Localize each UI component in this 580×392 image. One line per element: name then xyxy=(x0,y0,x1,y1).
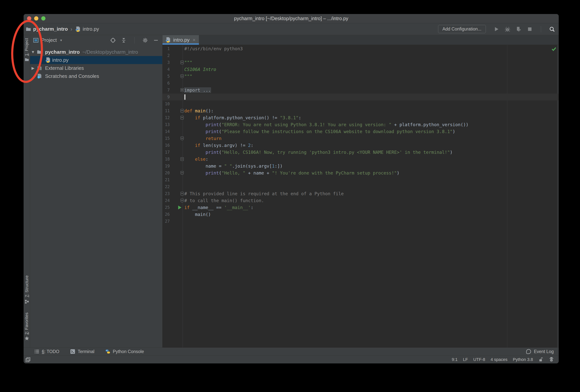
check-icon[interactable] xyxy=(551,46,557,52)
tool-button-project[interactable]: 1: Project xyxy=(24,44,30,50)
code-line-20[interactable]: 20 print("Hello, " + name + "! You're do… xyxy=(162,169,559,176)
folder-icon[interactable] xyxy=(24,57,30,62)
tool-button-structure[interactable]: 7: Structure xyxy=(24,283,30,289)
status-widgets: 9:1LFUTF-84 spacesPython 3.8 xyxy=(452,357,533,362)
code-text: name = " ".join(sys.argv[1:]) xyxy=(184,163,283,169)
tool-button-event-log[interactable]: Event Log xyxy=(526,349,554,354)
status-interpreter[interactable]: Python 3.8 xyxy=(513,357,533,362)
code-line-11[interactable]: 11def main(): xyxy=(162,107,559,114)
status-encoding[interactable]: UTF-8 xyxy=(473,357,485,362)
run-line-icon[interactable] xyxy=(178,206,181,209)
toggle-panels-icon[interactable] xyxy=(25,357,31,363)
code-line-13[interactable]: 13 print("ERROR: You are not using Pytho… xyxy=(162,121,559,128)
code-line-22[interactable]: 22 xyxy=(162,183,559,190)
fold-marker-icon[interactable] xyxy=(180,74,184,78)
breadcrumb-project[interactable]: pycharm_intro xyxy=(25,26,68,32)
coverage-icon[interactable] xyxy=(515,26,522,32)
tool-button-label: 6: TODO xyxy=(42,349,59,354)
code-text: print("ERROR: You are not using Python 3… xyxy=(184,121,468,128)
code-line-17[interactable]: 17 print("Hello, CS106A! Now, try runnin… xyxy=(162,149,559,156)
hide-panel-icon[interactable] xyxy=(153,37,159,43)
code-line-7[interactable]: 7import ... xyxy=(162,87,559,94)
code-line-12[interactable]: 12 if platform.python_version() != "3.8.… xyxy=(162,114,559,121)
code-line-18[interactable]: 18 else: xyxy=(162,156,559,163)
unlock-icon[interactable] xyxy=(538,357,543,362)
tree-item-scratches-and-consoles[interactable]: Scratches and Consoles xyxy=(30,72,162,80)
code-line-1[interactable]: 1#!/usr/bin/env python3 xyxy=(162,45,559,52)
code-line-21[interactable]: 21 xyxy=(162,176,559,183)
fold-marker-icon[interactable] xyxy=(180,171,184,175)
code-line-26[interactable]: 26 main() xyxy=(162,211,559,218)
pycharm-window: pycharm_intro [~/Desktop/pycharm_intro] … xyxy=(24,14,559,363)
chevron-right-icon[interactable]: ▶ xyxy=(31,66,35,70)
fold-marker-icon[interactable] xyxy=(180,109,184,113)
settings-icon[interactable] xyxy=(142,37,148,43)
python-file-icon xyxy=(45,57,51,63)
chevron-down-icon[interactable]: ▼ xyxy=(31,50,35,54)
fold-marker-icon[interactable] xyxy=(180,88,184,92)
chevron-down-icon[interactable]: ▾ xyxy=(60,38,62,42)
project-panel-header: Project ▾ xyxy=(30,35,162,45)
fold-marker-icon[interactable] xyxy=(180,61,184,64)
tool-button-python-console[interactable]: Python Console xyxy=(105,349,144,354)
code-line-9[interactable]: 9 xyxy=(162,94,559,101)
code-line-3[interactable]: 3""" xyxy=(162,59,559,66)
code-editor[interactable]: 1#!/usr/bin/env python323"""4CS106A Intr… xyxy=(162,45,559,348)
code-text: return xyxy=(184,135,222,142)
code-line-5[interactable]: 5""" xyxy=(162,73,559,80)
stop-icon[interactable] xyxy=(527,26,533,32)
code-line-24[interactable]: 24# to call the main() function. xyxy=(162,197,559,204)
structure-icon[interactable] xyxy=(24,299,30,304)
project-view-selector[interactable]: Project xyxy=(41,37,57,43)
star-icon[interactable] xyxy=(24,336,30,341)
locate-icon[interactable] xyxy=(110,37,116,43)
status-caret-position[interactable]: 9:1 xyxy=(452,357,458,362)
breadcrumb: pycharm_intro › intro.py xyxy=(24,26,99,32)
project-tree: ▼pycharm_intro~/Desktop/pycharm_introint… xyxy=(30,45,162,80)
fold-marker-icon[interactable] xyxy=(180,157,184,161)
python-file-icon xyxy=(165,37,171,43)
line-number: 7 xyxy=(162,87,170,94)
search-icon[interactable] xyxy=(549,26,555,32)
tree-item-external-libraries[interactable]: ▶External Libraries xyxy=(30,64,162,72)
run-icon[interactable] xyxy=(493,26,500,32)
tree-item-intro-py[interactable]: intro.py xyxy=(30,56,162,64)
code-text: #!/usr/bin/env python3 xyxy=(184,45,243,52)
code-text: CS106A Intro xyxy=(184,66,216,73)
line-number: 10 xyxy=(162,101,170,107)
fold-marker-icon[interactable] xyxy=(180,116,184,120)
line-number: 26 xyxy=(162,211,170,218)
close-tab-icon[interactable]: × xyxy=(193,37,195,43)
code-line-16[interactable]: 16 if len(sys.argv) != 2: xyxy=(162,142,559,149)
status-indent[interactable]: 4 spaces xyxy=(491,357,508,362)
code-line-15[interactable]: 15 return xyxy=(162,135,559,142)
status-line-separator[interactable]: LF xyxy=(463,357,468,362)
tab-intro-py[interactable]: intro.py × xyxy=(162,35,199,45)
tool-button-todo[interactable]: 6: TODO xyxy=(34,349,59,354)
title-bar[interactable]: pycharm_intro [~/Desktop/pycharm_intro] … xyxy=(24,14,559,23)
code-line-23[interactable]: 23# This provided line is required at th… xyxy=(162,190,559,197)
breadcrumb-file[interactable]: intro.py xyxy=(75,26,99,32)
debug-icon[interactable] xyxy=(504,26,511,32)
code-line-10[interactable]: 10 xyxy=(162,101,559,107)
line-number: 19 xyxy=(162,163,170,169)
fold-marker-icon[interactable] xyxy=(180,199,184,202)
code-line-14[interactable]: 14 print("Please follow the instructions… xyxy=(162,128,559,135)
add-configuration-button[interactable]: Add Configuration... xyxy=(438,25,486,33)
fold-marker-icon[interactable] xyxy=(180,136,184,140)
code-line-6[interactable]: 6 xyxy=(162,80,559,87)
line-number: 14 xyxy=(162,128,170,135)
tree-item-pycharm-intro[interactable]: ▼pycharm_intro~/Desktop/pycharm_intro xyxy=(30,48,162,56)
collapse-all-icon[interactable] xyxy=(121,37,127,43)
code-line-4[interactable]: 4CS106A Intro xyxy=(162,66,559,73)
code-line-25[interactable]: 25if __name__ == '__main__': xyxy=(162,204,559,211)
tool-button-favorites[interactable]: 2: Favorites xyxy=(24,321,30,326)
run-toolbar: Add Configuration... xyxy=(438,23,555,35)
code-line-19[interactable]: 19 name = " ".join(sys.argv[1:]) xyxy=(162,163,559,169)
tool-button-terminal[interactable]: Terminal xyxy=(70,349,94,354)
code-line-27[interactable]: 27 xyxy=(162,218,559,225)
code-line-2[interactable]: 2 xyxy=(162,52,559,59)
code-text: if platform.python_version() != "3.8.1": xyxy=(184,114,301,121)
hector-icon[interactable] xyxy=(549,357,554,362)
fold-marker-icon[interactable] xyxy=(180,192,184,195)
